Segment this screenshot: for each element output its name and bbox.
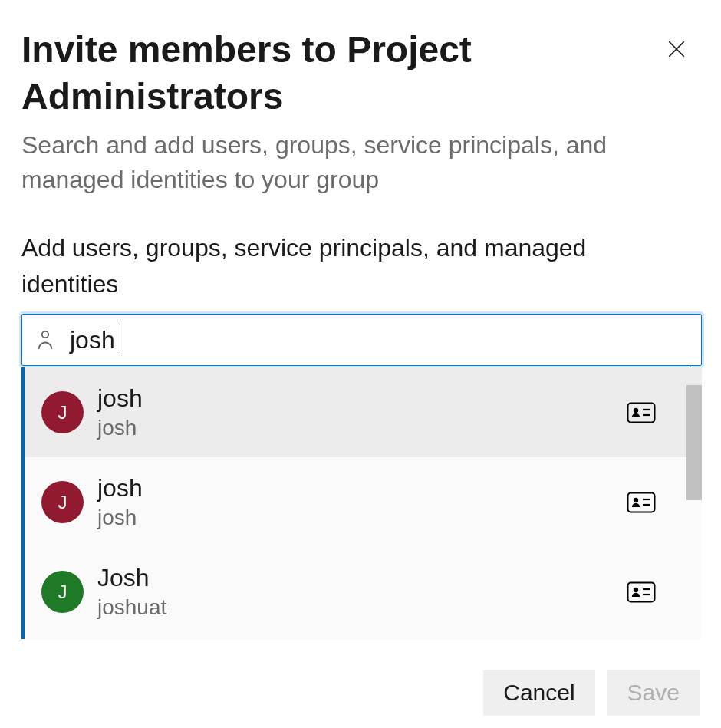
dialog-subtitle: Search and add users, groups, service pr… [21,128,650,197]
search-result-item[interactable]: J Josh joshuat [25,547,702,637]
result-names: Josh joshuat [97,563,627,621]
close-button[interactable] [658,31,695,68]
result-sub-name: josh [97,414,627,441]
search-result-item[interactable]: J josh josh [25,367,702,457]
view-details-button[interactable] [627,492,656,513]
view-details-button[interactable] [627,402,656,423]
contact-card-icon [627,581,656,603]
avatar: J [41,571,84,613]
svg-rect-3 [628,403,655,422]
search-input-value: josh [70,326,115,354]
result-display-name: Josh [97,563,627,592]
result-sub-name: josh [97,504,627,531]
save-button: Save [607,670,700,716]
person-icon [36,329,54,351]
contact-card-icon [627,402,656,423]
avatar: J [41,391,84,433]
dialog-footer: Cancel Save [483,670,700,716]
result-names: josh josh [97,384,627,441]
svg-point-8 [634,498,638,502]
svg-point-4 [634,408,638,413]
search-input[interactable]: josh [21,314,702,366]
result-display-name: josh [97,473,627,502]
svg-point-2 [42,331,48,338]
result-display-name: josh [97,384,627,413]
text-cursor [117,324,117,353]
scroll-thumb[interactable] [686,385,702,500]
svg-rect-11 [628,582,655,601]
result-sub-name: joshuat [97,594,627,621]
cancel-button[interactable]: Cancel [483,670,594,716]
search-result-item[interactable]: J josh josh [25,457,702,547]
invite-members-panel: Invite members to Project Administrators… [0,0,721,728]
panel-header: Invite members to Project Administrators [21,26,700,120]
view-details-button[interactable] [627,581,656,603]
dialog-title: Invite members to Project Administrators [21,26,620,120]
avatar: J [41,481,84,523]
search-field-label: Add users, groups, service principals, a… [21,230,650,301]
close-icon [667,39,686,59]
search-results-dropdown: J josh josh J josh josh J Josh joshuat [21,367,702,639]
contact-card-icon [627,492,656,513]
result-names: josh josh [97,473,627,531]
svg-point-12 [634,588,638,592]
svg-rect-7 [628,492,655,512]
